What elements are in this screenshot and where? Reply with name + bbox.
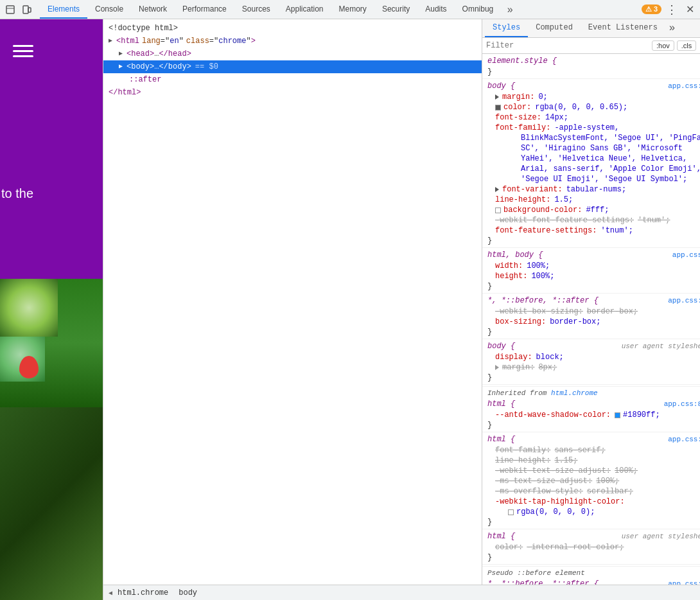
html-ua-color-prop: color: -internal-root-color; [482, 542, 700, 552]
html-body-source-link[interactable]: app.css:7 [672, 251, 700, 259]
body-font-family-cont4: Arial, sans-serif, 'Apple Color Emoji', [482, 164, 700, 174]
strawberry [19, 356, 39, 378]
tab-styles[interactable]: Styles [485, 19, 528, 37]
html-ms-overflow-prop: -ms-overflow-style: scrollbar; [482, 486, 700, 497]
toolbar-icons [3, 2, 35, 17]
more-panel-tabs-button[interactable]: » [665, 19, 679, 37]
more-options-button[interactable]: ⋮ [664, 3, 679, 17]
body-font-feature-prop: font-feature-settings: 'tnum'; [482, 225, 700, 236]
dom-html-line[interactable]: ▶ <html lang="en" class="chrome" > [103, 35, 482, 48]
hamburger-line-3 [13, 55, 33, 57]
warning-badge[interactable]: ⚠ 3 [642, 4, 661, 14]
pseudo-before-rule-block: *, *::before, *::after { app.css:17 -web… [482, 578, 700, 585]
pseudo-after: ::after [129, 74, 161, 85]
universal-selector-line: *, *::before, *::after { app.css:17 [482, 295, 700, 306]
webpage-preview: to the [0, 19, 103, 600]
body-source-link[interactable]: app.css:45 [668, 82, 700, 90]
collapse-html-arrow[interactable]: ▶ [109, 35, 116, 47]
tab-performance[interactable]: Performance [175, 0, 234, 19]
html-wave-shadow-prop: --antd-wave-shadow-color: #1890ff; [482, 410, 700, 420]
body-bg-color-prop: background-color: #fff; [482, 205, 700, 215]
tab-memory[interactable]: Memory [331, 0, 374, 19]
universal-source-link[interactable]: app.css:17 [668, 297, 700, 304]
panel-tabs: Styles Computed Event Listeners » [482, 19, 700, 38]
inherited-source-link[interactable]: html.chrome [551, 389, 598, 397]
tap-color-swatch[interactable] [508, 509, 514, 515]
kiwi-image [0, 279, 103, 600]
tab-security[interactable]: Security [374, 0, 417, 19]
dom-doctype-line[interactable]: <!doctype html> [103, 22, 482, 35]
tab-computed[interactable]: Computed [528, 19, 581, 37]
html-webkit-text-size-prop: -webkit-text-size-adjust: 100%; [482, 466, 700, 476]
hov-filter-button[interactable]: :hov [652, 40, 674, 51]
body-font-family-cont5: 'Segoe UI Emoji', 'Segoe UI Symbol'; [482, 174, 700, 184]
body-selector-line: body { app.css:45 [482, 80, 700, 92]
body-color-prop: color: rgba(0, 0, 0, 0.65); [482, 102, 700, 112]
html-ms-text-size-prop: -ms-text-size-adjust: 100%; [482, 476, 700, 486]
body-font-variant-prop: font-variant: tabular-nums; [482, 184, 700, 195]
devtools-tabs: Elements Console Network Performance Sou… [40, 0, 519, 19]
dom-head-line[interactable]: ▶ <head> … </head> [103, 48, 482, 60]
universal-rule-block: *, *::before, *::after { app.css:17 -web… [482, 295, 700, 339]
collapse-head-arrow[interactable]: ▶ [119, 48, 127, 60]
filter-bar: :hov .cls + [482, 38, 700, 54]
body-ua-rule-block: body { user agent stylesheet display: bl… [482, 340, 700, 385]
html-body-rule-block: html, body { app.css:7 width: 100%; heig… [482, 249, 700, 294]
cls-filter-button[interactable]: .cls [677, 40, 697, 51]
css-rules: element.style { } body { app.css:45 marg… [482, 54, 700, 585]
tab-omnibug[interactable]: Omnibug [455, 0, 502, 19]
body-margin-prop: margin: 0; [482, 92, 700, 102]
font-variant-arrow[interactable] [495, 187, 499, 192]
tab-application[interactable]: Application [278, 0, 331, 19]
color-swatch[interactable] [495, 105, 501, 110]
device-mode-button[interactable] [19, 2, 35, 17]
wave-shadow-swatch[interactable] [615, 412, 620, 418]
breadcrumb-html[interactable]: html.chrome [115, 588, 171, 598]
dom-body-line[interactable]: ▶ <body> … </body> == $0 [103, 60, 482, 73]
html-21-source-link[interactable]: app.css:21 [668, 436, 700, 443]
main-area: to the <!doctype html> ▶ <html lang="en"… [0, 19, 700, 600]
hamburger-line-1 [13, 45, 33, 47]
bg-color-swatch[interactable] [495, 207, 501, 213]
html-body-height-prop: height: 100%; [482, 271, 700, 281]
element-style-rule: element.style { } [482, 55, 700, 79]
devtools-panel: <!doctype html> ▶ <html lang="en" class=… [103, 19, 700, 600]
html-883-source-link[interactable]: app.css:883 [664, 400, 700, 408]
warning-icon: ⚠ [645, 5, 652, 13]
html-ua-selector-line: html { user agent stylesheet [482, 531, 700, 542]
hamburger-icon [13, 45, 33, 57]
tab-event-listeners[interactable]: Event Listeners [581, 19, 665, 37]
dom-after-line[interactable]: ::after [103, 73, 482, 86]
breadcrumb-arrow-left[interactable]: ◀ [109, 589, 112, 597]
filter-buttons: :hov .cls [652, 40, 696, 51]
inspect-element-button[interactable] [3, 2, 18, 17]
ua-margin-arrow[interactable] [495, 365, 499, 370]
tab-console[interactable]: Console [87, 0, 131, 19]
dom-tree[interactable]: <!doctype html> ▶ <html lang="en" class=… [103, 19, 482, 585]
body-font-family-prop: font-family: -apple-system, [482, 123, 700, 133]
body-webkit-font-feature-prop: -webkit-font-feature-settings: 'tnum'; [482, 215, 700, 225]
tab-elements[interactable]: Elements [40, 0, 87, 19]
tab-sources[interactable]: Sources [234, 0, 278, 19]
filter-input[interactable] [486, 41, 648, 50]
svg-rect-2 [23, 6, 28, 13]
tab-network[interactable]: Network [131, 0, 175, 19]
tab-audits[interactable]: Audits [417, 0, 454, 19]
preview-text: to the [0, 186, 33, 201]
styles-panel[interactable]: Styles Computed Event Listeners » :hov [482, 19, 700, 585]
breadcrumb-body[interactable]: body [176, 588, 200, 598]
close-devtools-button[interactable]: ✕ [682, 3, 697, 15]
more-tabs-button[interactable]: » [501, 1, 519, 19]
collapse-body-arrow[interactable]: ▶ [119, 61, 127, 73]
html-line-height-prop: line-height: 1.15; [482, 455, 700, 466]
dom-html-close-line[interactable]: </html> [103, 86, 482, 99]
html-font-family-prop: font-family: sans-serif; [482, 445, 700, 455]
hamburger-line-2 [13, 50, 33, 52]
body-font-size-prop: font-size: 14px; [482, 112, 700, 123]
leaf-area [0, 407, 103, 600]
devtools-toolbar: Elements Console Network Performance Sou… [0, 0, 700, 19]
html-883-rule-block: html { app.css:883 --antd-wave-shadow-co… [482, 398, 700, 432]
universal-webkit-box-sizing-prop: -webkit-box-sizing: border-box; [482, 306, 700, 317]
margin-arrow[interactable] [495, 94, 499, 100]
pseudo-before-source-link[interactable]: app.css:17 [668, 580, 700, 585]
